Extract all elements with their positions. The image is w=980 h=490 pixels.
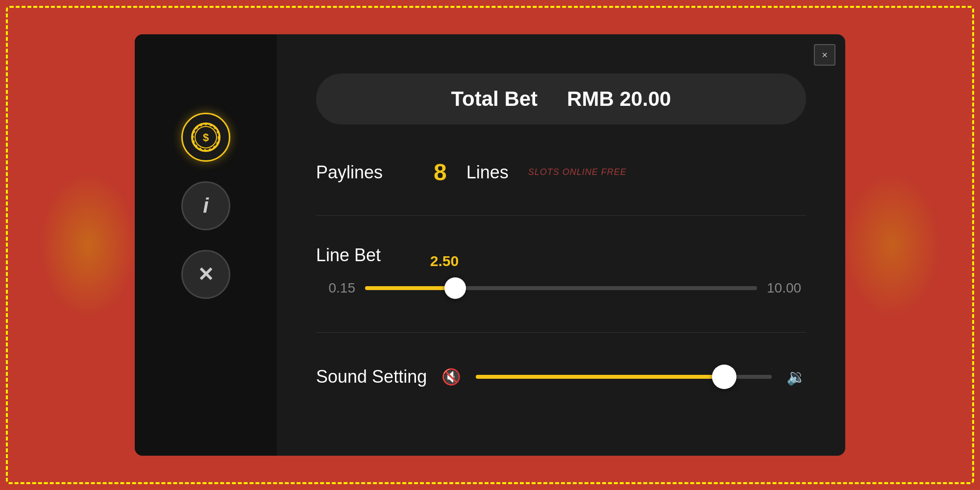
sidebar-btn-info[interactable]: i: [181, 181, 230, 230]
settings-section: Paylines 8 Lines SLOTS ONLINE FREE Line …: [316, 159, 806, 392]
total-bet-banner: Total Bet RMB 20.00: [316, 74, 806, 124]
divider-2: [316, 332, 806, 333]
paylines-number: 8: [434, 159, 447, 186]
volume-thumb[interactable]: [712, 365, 736, 389]
paylines-label: Paylines: [316, 162, 414, 183]
line-bet-min: 0.15: [316, 280, 355, 296]
line-bet-fill: [365, 286, 455, 290]
line-bet-label: Line Bet: [316, 245, 414, 266]
close-button[interactable]: ×: [814, 44, 835, 66]
svg-text:$: $: [203, 131, 209, 144]
close-button-label: ×: [822, 49, 828, 61]
bg-glow-right: [843, 172, 941, 318]
main-content: × Total Bet RMB 20.00 Paylines 8 Lines S…: [277, 34, 845, 456]
line-bet-row: Line Bet 0.15 2.50 10.00: [316, 245, 806, 303]
sound-muted-icon[interactable]: 🔇: [441, 368, 461, 386]
sound-label-row: Sound Setting 🔇 🔉: [316, 362, 806, 392]
volume-track: [476, 375, 772, 379]
line-bet-slider-container: 0.15 2.50 10.00: [316, 273, 806, 303]
paylines-unit: Lines: [466, 162, 509, 183]
divider-1: [316, 215, 806, 216]
sound-setting-row: Sound Setting 🔇 🔉: [316, 362, 806, 392]
total-bet-label: Total Bet: [451, 87, 538, 111]
sound-setting-label: Sound Setting: [316, 367, 427, 387]
sidebar-btn-close[interactable]: ✕: [181, 250, 230, 299]
volume-fill: [476, 375, 724, 379]
line-bet-label-row: Line Bet: [316, 245, 806, 266]
x-icon: ✕: [197, 263, 214, 286]
volume-slider[interactable]: [476, 362, 772, 392]
line-bet-current: 2.50: [430, 253, 459, 270]
line-bet-slider[interactable]: 2.50: [365, 273, 757, 303]
line-bet-track: 2.50: [365, 286, 757, 290]
bg-glow-left: [39, 172, 137, 318]
sidebar-btn-coin[interactable]: $: [181, 113, 230, 162]
paylines-row: Paylines 8 Lines SLOTS ONLINE FREE: [316, 159, 806, 186]
line-bet-thumb[interactable]: 2.50: [444, 277, 466, 299]
coin-chip-icon: $: [191, 122, 220, 152]
modal-window: $ i ✕ × Total Bet RMB 20.00 Pa: [135, 34, 845, 456]
paylines-label-row: Paylines 8 Lines SLOTS ONLINE FREE: [316, 159, 806, 186]
total-bet-value: RMB 20.00: [567, 87, 671, 111]
sound-active-icon[interactable]: 🔉: [786, 368, 806, 386]
line-bet-max: 10.00: [767, 280, 806, 296]
info-icon: i: [203, 194, 209, 218]
watermark-text: SLOTS ONLINE FREE: [528, 167, 627, 177]
sidebar: $ i ✕: [135, 34, 277, 456]
